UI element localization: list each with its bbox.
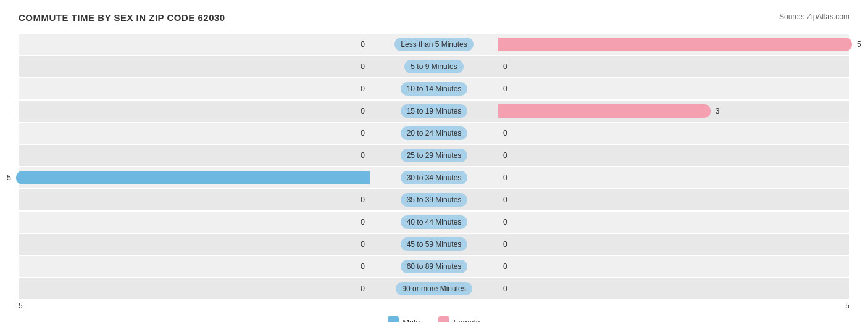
- female-value: 0: [503, 240, 507, 249]
- right-section: 3: [496, 101, 849, 122]
- bar-label: 10 to 14 Minutes: [372, 82, 496, 96]
- label-pill: 10 to 14 Minutes: [401, 82, 468, 96]
- label-pill: 45 to 59 Minutes: [401, 237, 468, 251]
- axis-right-label: 5: [845, 302, 849, 310]
- male-value: 0: [361, 151, 365, 160]
- right-section: 0: [496, 234, 849, 255]
- left-section: 0: [19, 56, 372, 77]
- male-value: 0: [361, 240, 365, 249]
- male-value: 0: [361, 218, 365, 226]
- chart-row: 0 60 to 89 Minutes 0: [19, 256, 849, 277]
- female-value: 0: [503, 262, 507, 271]
- bar-label: 60 to 89 Minutes: [372, 260, 496, 273]
- left-section: 0: [19, 78, 372, 99]
- male-value: 0: [361, 284, 365, 293]
- right-section: 0: [496, 278, 849, 299]
- left-section: 0: [19, 101, 372, 122]
- female-value: 0: [503, 173, 507, 182]
- left-section: 0: [19, 123, 372, 144]
- bar-label: 20 to 24 Minutes: [372, 126, 496, 140]
- right-section: 0: [496, 256, 849, 277]
- legend: Male Female: [19, 316, 849, 322]
- female-bar: [498, 38, 852, 51]
- bar-label: 90 or more Minutes: [372, 282, 496, 295]
- label-pill: 60 to 89 Minutes: [401, 260, 468, 273]
- left-section: 0: [19, 234, 372, 255]
- left-section: 0: [19, 256, 372, 277]
- label-pill: 40 to 44 Minutes: [401, 215, 468, 229]
- chart-row: 0 90 or more Minutes 0: [19, 278, 849, 299]
- chart-area: 0 Less than 5 Minutes 5 0 5 to 9 Minutes…: [19, 34, 849, 299]
- male-value: 0: [361, 129, 365, 138]
- bar-label: 25 to 29 Minutes: [372, 149, 496, 162]
- right-section: 0: [496, 212, 849, 233]
- male-value: 5: [7, 173, 11, 182]
- female-value: 0: [503, 151, 507, 160]
- female-value: 5: [857, 40, 861, 49]
- female-value: 0: [503, 196, 507, 204]
- label-pill: 15 to 19 Minutes: [401, 104, 468, 118]
- label-pill: 90 or more Minutes: [396, 282, 472, 295]
- right-section: 0: [496, 145, 849, 166]
- left-section: 0: [19, 34, 372, 55]
- label-pill: 20 to 24 Minutes: [401, 126, 468, 140]
- left-section: 5: [19, 167, 372, 188]
- male-value: 0: [361, 196, 365, 204]
- bar-label: 15 to 19 Minutes: [372, 104, 496, 118]
- male-value: 0: [361, 85, 365, 93]
- female-value: 0: [503, 85, 507, 93]
- bar-label: 40 to 44 Minutes: [372, 215, 496, 229]
- right-section: 0: [496, 123, 849, 144]
- female-value: 3: [716, 107, 720, 115]
- chart-row: 0 40 to 44 Minutes 0: [19, 212, 849, 233]
- female-value: 0: [503, 218, 507, 226]
- chart-row: 0 15 to 19 Minutes 3: [19, 101, 849, 122]
- bar-label: 45 to 59 Minutes: [372, 237, 496, 251]
- chart-row: 0 Less than 5 Minutes 5: [19, 34, 849, 55]
- chart-row: 0 25 to 29 Minutes 0: [19, 145, 849, 166]
- left-section: 0: [19, 189, 372, 210]
- bar-label: 30 to 34 Minutes: [372, 171, 496, 184]
- male-value: 0: [361, 262, 365, 271]
- label-pill: Less than 5 Minutes: [394, 38, 473, 51]
- chart-row: 0 10 to 14 Minutes 0: [19, 78, 849, 99]
- chart-row: 0 35 to 39 Minutes 0: [19, 189, 849, 210]
- left-section: 0: [19, 278, 372, 299]
- male-value: 0: [361, 107, 365, 115]
- right-section: 5: [496, 34, 849, 55]
- legend-male: Male: [388, 316, 420, 322]
- chart-row: 0 20 to 24 Minutes 0: [19, 123, 849, 144]
- male-value: 0: [361, 62, 365, 71]
- label-pill: 35 to 39 Minutes: [401, 193, 468, 207]
- label-pill: 30 to 34 Minutes: [401, 171, 468, 184]
- male-value: 0: [361, 40, 365, 49]
- chart-row: 0 45 to 59 Minutes 0: [19, 234, 849, 255]
- right-section: 0: [496, 167, 849, 188]
- axis-labels: 5 5: [19, 302, 849, 310]
- legend-male-box: [388, 316, 399, 322]
- label-pill: 5 to 9 Minutes: [404, 60, 463, 73]
- left-section: 0: [19, 145, 372, 166]
- legend-male-label: Male: [403, 318, 420, 323]
- bar-label: 35 to 39 Minutes: [372, 193, 496, 207]
- chart-header: COMMUTE TIME BY SEX IN ZIP CODE 62030 So…: [19, 12, 849, 23]
- female-value: 0: [503, 284, 507, 293]
- chart-row: 0 5 to 9 Minutes 0: [19, 56, 849, 77]
- label-pill: 25 to 29 Minutes: [401, 149, 468, 162]
- female-bar: [498, 104, 711, 118]
- female-value: 0: [503, 129, 507, 138]
- right-section: 0: [496, 78, 849, 99]
- male-bar: [16, 171, 370, 184]
- bar-label: Less than 5 Minutes: [372, 38, 496, 51]
- chart-row: 5 30 to 34 Minutes 0: [19, 167, 849, 188]
- right-section: 0: [496, 189, 849, 210]
- legend-female-box: [438, 316, 449, 322]
- right-section: 0: [496, 56, 849, 77]
- legend-female: Female: [438, 316, 480, 322]
- axis-left-label: 5: [19, 302, 23, 310]
- legend-female-label: Female: [453, 318, 480, 323]
- female-value: 0: [503, 62, 507, 71]
- bar-label: 5 to 9 Minutes: [372, 60, 496, 73]
- left-section: 0: [19, 212, 372, 233]
- chart-title: COMMUTE TIME BY SEX IN ZIP CODE 62030: [19, 12, 225, 23]
